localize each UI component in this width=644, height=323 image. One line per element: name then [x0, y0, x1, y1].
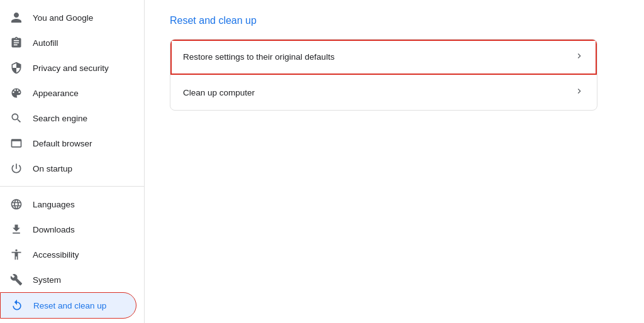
sidebar-item-label-reset-cleanup: Reset and clean up — [33, 301, 106, 310]
sidebar-item-label-privacy-security: Privacy and security — [33, 63, 109, 73]
settings-card: Restore settings to their original defau… — [170, 39, 597, 111]
accessibility-icon — [10, 248, 23, 261]
reset-icon — [11, 299, 23, 312]
wrench-icon — [10, 273, 23, 286]
sidebar-item-privacy-security[interactable]: Privacy and security — [0, 55, 136, 80]
main-content: Reset and clean up Restore settings to t… — [145, 0, 644, 323]
power-icon — [10, 162, 23, 175]
settings-row-label-clean-up-computer: Clean up computer — [183, 88, 255, 97]
person-icon — [10, 11, 23, 24]
sidebar-item-system[interactable]: System — [0, 267, 136, 292]
sidebar-item-reset-cleanup[interactable]: Reset and clean up — [0, 292, 136, 319]
page-title: Reset and clean up — [170, 15, 619, 26]
sidebar-item-label-appearance: Appearance — [33, 89, 79, 98]
search-icon — [10, 112, 23, 124]
sidebar-item-autofill[interactable]: Autofill — [0, 30, 136, 55]
settings-row-restore-defaults[interactable]: Restore settings to their original defau… — [170, 40, 597, 75]
sidebar-item-search-engine[interactable]: Search engine — [0, 106, 136, 131]
sidebar: You and GoogleAutofillPrivacy and securi… — [0, 0, 145, 323]
sidebar-item-label-on-startup: On startup — [33, 164, 72, 173]
sidebar-item-label-autofill: Autofill — [33, 38, 58, 48]
settings-row-label-restore-defaults: Restore settings to their original defau… — [183, 52, 335, 62]
sidebar-item-label-downloads: Downloads — [33, 225, 75, 234]
sidebar-item-label-you-and-google: You and Google — [33, 13, 93, 23]
download-icon — [10, 223, 23, 236]
sidebar-item-label-search-engine: Search engine — [33, 114, 87, 123]
sidebar-item-accessibility[interactable]: Accessibility — [0, 242, 136, 267]
sidebar-item-downloads[interactable]: Downloads — [0, 217, 136, 242]
sidebar-item-label-system: System — [33, 275, 61, 285]
browser-icon — [10, 137, 23, 150]
sidebar-item-appearance[interactable]: Appearance — [0, 80, 136, 106]
palette-icon — [10, 87, 23, 99]
sidebar-item-you-and-google[interactable]: You and Google — [0, 5, 136, 30]
assignment-icon — [10, 36, 23, 49]
chevron-right-icon — [574, 51, 584, 63]
globe-icon — [10, 198, 23, 211]
sidebar-item-label-accessibility: Accessibility — [33, 250, 79, 260]
chevron-right-icon — [574, 86, 584, 99]
shield-icon — [10, 62, 23, 74]
sidebar-item-on-startup[interactable]: On startup — [0, 156, 136, 181]
sidebar-item-default-browser[interactable]: Default browser — [0, 131, 136, 156]
sidebar-item-languages[interactable]: Languages — [0, 192, 136, 217]
settings-row-clean-up-computer[interactable]: Clean up computer — [170, 75, 597, 110]
sidebar-item-label-default-browser: Default browser — [33, 139, 92, 148]
sidebar-item-label-languages: Languages — [33, 200, 75, 209]
sidebar-divider — [0, 186, 144, 187]
